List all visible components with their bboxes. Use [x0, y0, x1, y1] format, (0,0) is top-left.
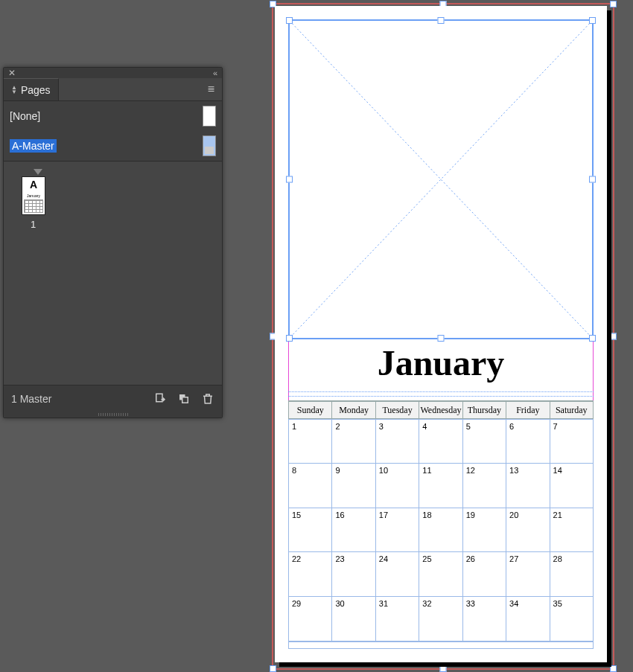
day-cell[interactable]: 32	[419, 597, 462, 641]
table-row: 29 30 31 32 33 34 35	[288, 597, 594, 641]
weekday-header: Saturday	[550, 401, 594, 419]
page-number-label: 1	[31, 219, 36, 230]
day-cell[interactable]: 26	[463, 552, 506, 597]
master-label: [None]	[10, 110, 40, 122]
panel-footer: 1 Master	[4, 385, 222, 412]
day-cell[interactable]: 33	[463, 597, 506, 641]
handle-bl[interactable]	[286, 335, 293, 342]
table-row: 15 16 17 18 19 20 21	[288, 508, 594, 553]
day-cell[interactable]: 20	[506, 508, 550, 553]
tab-pages[interactable]: ▲▼ Pages	[4, 78, 59, 100]
day-cell[interactable]: 2	[332, 419, 375, 464]
day-cell[interactable]: 17	[376, 508, 419, 553]
handle-tr[interactable]	[610, 1, 617, 7]
weekday-header: Monday	[332, 401, 375, 419]
handle-ml[interactable]	[286, 176, 293, 183]
day-cell[interactable]: 19	[463, 508, 506, 553]
page[interactable]: January Sunday Monday Tuesday Wednesday …	[275, 6, 607, 662]
footer-status: 1 Master	[11, 393, 143, 405]
handle-bl[interactable]	[270, 665, 276, 672]
handle-tr[interactable]	[589, 17, 596, 24]
layers-icon[interactable]	[177, 392, 191, 406]
updown-icon: ▲▼	[11, 86, 17, 95]
day-cell[interactable]: 8	[288, 464, 332, 508]
document-canvas[interactable]: January Sunday Monday Tuesday Wednesday …	[272, 0, 614, 670]
collapse-icon[interactable]: «	[213, 68, 217, 77]
panel-titlebar[interactable]: ✕ «	[4, 68, 222, 78]
day-cell[interactable]: 27	[506, 552, 550, 597]
day-cell[interactable]: 13	[506, 464, 550, 508]
handle-bc[interactable]	[438, 335, 445, 342]
day-cell[interactable]: 11	[419, 464, 462, 508]
day-cell[interactable]: 35	[550, 597, 594, 641]
day-cell[interactable]: 23	[332, 552, 375, 597]
handle-br[interactable]	[610, 665, 617, 672]
day-cell[interactable]: 24	[376, 552, 419, 597]
day-cell[interactable]: 18	[419, 508, 462, 553]
master-label: A-Master	[10, 139, 57, 153]
day-cell[interactable]: 7	[550, 419, 594, 464]
day-cell[interactable]: 30	[332, 597, 375, 641]
table-row: 8 9 10 11 12 13 14	[288, 464, 594, 508]
calendar-table[interactable]: Sunday Monday Tuesday Wednesday Thursday…	[288, 400, 594, 641]
guide-line[interactable]	[288, 391, 594, 392]
calendar-body: 1 2 3 4 5 6 7 8 9 10 11 12 13 14	[288, 419, 594, 641]
svg-rect-0	[156, 394, 162, 402]
day-cell[interactable]: 21	[550, 508, 594, 553]
svg-rect-2	[182, 397, 188, 403]
day-cell[interactable]: 3	[376, 419, 419, 464]
panel-resize-grip[interactable]	[4, 412, 222, 417]
tab-label: Pages	[21, 84, 51, 96]
weekday-header: Friday	[506, 401, 550, 419]
master-thumb-a[interactable]	[203, 135, 216, 156]
handle-mr[interactable]	[589, 176, 596, 183]
panel-menu-icon[interactable]: ≡	[208, 78, 222, 100]
page-thumb-title: January	[22, 193, 45, 198]
day-cell[interactable]: 14	[550, 464, 594, 508]
table-row: 22 23 24 25 26 27 28	[288, 552, 594, 597]
day-cell[interactable]: 1	[288, 419, 332, 464]
master-row-a-master[interactable]: A-Master	[4, 131, 222, 161]
day-cell[interactable]: 16	[332, 508, 375, 553]
handle-mr[interactable]	[610, 333, 617, 340]
handle-tc[interactable]	[438, 17, 445, 24]
trash-icon[interactable]	[201, 392, 214, 406]
day-cell[interactable]: 15	[288, 508, 332, 553]
bottom-frame[interactable]	[288, 641, 594, 649]
page-thumb-grid	[24, 199, 43, 213]
frame-placeholder-x-icon	[290, 21, 592, 338]
weekday-header: Thursday	[463, 401, 506, 419]
page-thumbnail[interactable]: A January	[22, 176, 45, 215]
masters-list: [None] A-Master	[4, 100, 222, 161]
day-cell[interactable]: 28	[550, 552, 594, 597]
page-thumb-letter: A	[22, 179, 45, 191]
day-cell[interactable]: 4	[419, 419, 462, 464]
table-row: 1 2 3 4 5 6 7	[288, 419, 594, 464]
master-row-none[interactable]: [None]	[4, 101, 222, 131]
day-cell[interactable]: 9	[332, 464, 375, 508]
month-title[interactable]: January	[275, 342, 607, 383]
insert-pointer-icon	[34, 169, 42, 175]
day-cell[interactable]: 10	[376, 464, 419, 508]
handle-bc[interactable]	[440, 665, 447, 672]
handle-tl[interactable]	[286, 17, 293, 24]
weekday-header: Wednesday	[419, 401, 462, 419]
day-cell[interactable]: 34	[506, 597, 550, 641]
guide-line[interactable]	[288, 396, 594, 397]
day-cell[interactable]: 31	[376, 597, 419, 641]
image-frame[interactable]	[288, 19, 594, 339]
pages-list[interactable]: A January 1	[4, 161, 222, 385]
panel-tabs: ▲▼ Pages ≡	[4, 78, 222, 100]
new-page-icon[interactable]	[153, 392, 167, 406]
day-cell[interactable]: 22	[288, 552, 332, 597]
close-icon[interactable]: ✕	[8, 68, 16, 77]
day-cell[interactable]: 6	[506, 419, 550, 464]
day-cell[interactable]: 29	[288, 597, 332, 641]
day-cell[interactable]: 25	[419, 552, 462, 597]
calendar-header-row: Sunday Monday Tuesday Wednesday Thursday…	[288, 401, 594, 419]
weekday-header: Sunday	[288, 401, 332, 419]
handle-br[interactable]	[589, 335, 596, 342]
day-cell[interactable]: 5	[463, 419, 506, 464]
day-cell[interactable]: 12	[463, 464, 506, 508]
master-thumb-none[interactable]	[203, 106, 216, 127]
